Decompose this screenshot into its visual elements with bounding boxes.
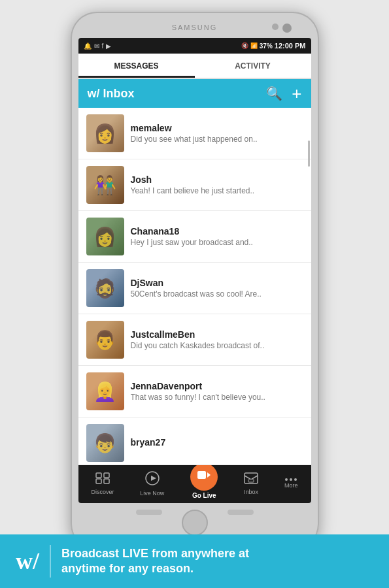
- message-content: Josh Yeah! I cant believe he just starte…: [131, 174, 303, 195]
- username: bryan27: [131, 437, 303, 448]
- list-item[interactable]: 🧔 DjSwan 50Cent's broadcast was so cool!…: [78, 263, 311, 314]
- phone-screen: 🔔 ✉ f ▶ 🔇 📶 37% 12:00 PM MESSAGES ACTIVI…: [78, 38, 311, 503]
- samsung-label: SAMSUNG: [172, 24, 218, 31]
- username: JennaDavenport: [131, 381, 303, 391]
- live-now-label: Live Now: [140, 490, 164, 497]
- list-item[interactable]: 👩 Chanana18 Hey I just saw your broadcas…: [78, 211, 311, 263]
- bottom-nav: Discover Live Now: [78, 465, 311, 503]
- inbox-header: w/ Inbox 🔍 +: [78, 79, 311, 108]
- camera-dots: [272, 24, 292, 33]
- username: JustcallmeBen: [131, 329, 303, 340]
- message-list: 👩 memalew Did you see what just happened…: [78, 108, 311, 465]
- status-icons-left: 🔔 ✉ f ▶: [84, 42, 112, 50]
- avatar-placeholder: 👩: [93, 226, 116, 248]
- svg-rect-1: [96, 479, 101, 483]
- message-content: JustcallmeBen Did you catch Kaskades bro…: [131, 329, 303, 350]
- mute-icon: 🔇: [241, 42, 248, 49]
- banner-logo: w/: [16, 549, 39, 573]
- phone-back-btn[interactable]: [136, 510, 162, 515]
- tab-messages[interactable]: MESSAGES: [78, 54, 195, 78]
- go-live-button[interactable]: [190, 463, 218, 491]
- message-preview: 50Cent's broadcast was so cool! Are..: [131, 289, 303, 299]
- nav-more[interactable]: More: [284, 478, 298, 489]
- more-label: More: [284, 482, 298, 489]
- go-live-label: Go Live: [192, 492, 216, 499]
- tab-bar: MESSAGES ACTIVITY: [78, 54, 311, 79]
- tab-activity[interactable]: ACTIVITY: [195, 54, 311, 78]
- gmail-icon: ✉: [94, 42, 99, 50]
- nav-inbox[interactable]: Inbox: [244, 472, 258, 495]
- message-preview: Yeah! I cant believe he just started..: [131, 186, 303, 195]
- message-content: Chanana18 Hey I just saw your broadcast …: [131, 226, 303, 247]
- list-item[interactable]: 👱‍♀️ JennaDavenport That was so funny! I…: [78, 366, 311, 417]
- wifi-icon: 📶: [250, 42, 258, 49]
- avatar: 👩: [86, 218, 124, 255]
- inbox-title: w/ Inbox: [88, 87, 135, 101]
- notification-icon: 🔔: [84, 42, 92, 50]
- status-right: 🔇 📶 37% 12:00 PM: [241, 42, 306, 50]
- svg-marker-7: [207, 472, 211, 478]
- list-item[interactable]: 👫 Josh Yeah! I cant believe he just star…: [78, 159, 311, 211]
- avatar: 🧔: [86, 269, 124, 307]
- avatar-placeholder: 👱‍♀️: [93, 381, 116, 402]
- more-icon: [285, 478, 297, 481]
- banner-text: Broadcast LIVE from anywhere atanytime f…: [61, 546, 249, 577]
- list-item[interactable]: 👩 memalew Did you see what just happened…: [78, 108, 311, 159]
- list-item[interactable]: 👦 bryan27: [78, 417, 311, 465]
- phone-shell: SAMSUNG 🔔 ✉ f ▶ 🔇 📶 37% 12:00 PM MESSAGE…: [71, 12, 319, 550]
- avatar-placeholder: 👩: [93, 123, 116, 144]
- avatar: 👦: [86, 424, 124, 462]
- message-preview: That was so funny! I can't believe you..: [131, 393, 303, 402]
- discover-label: Discover: [91, 489, 114, 495]
- svg-rect-0: [96, 473, 101, 478]
- username: Chanana18: [131, 226, 303, 237]
- banner-divider: [50, 545, 51, 578]
- phone-home-btn[interactable]: [182, 510, 208, 536]
- go-live-icon: [197, 469, 211, 484]
- avatar: 👫: [86, 166, 124, 204]
- avatar-placeholder: 👨: [93, 329, 116, 351]
- svg-rect-2: [104, 473, 109, 478]
- bottom-banner: w/ Broadcast LIVE from anywhere atanytim…: [0, 534, 389, 588]
- message-content: DjSwan 50Cent's broadcast was so cool! A…: [131, 278, 303, 299]
- phone-top-bar: SAMSUNG: [78, 24, 311, 31]
- message-content: JennaDavenport That was so funny! I can'…: [131, 381, 303, 402]
- username: DjSwan: [131, 278, 303, 288]
- discover-icon: [95, 472, 110, 487]
- camera-dot: [272, 24, 279, 30]
- avatar: 👨: [86, 321, 124, 359]
- message-content: bryan27: [131, 437, 303, 449]
- nav-discover[interactable]: Discover: [91, 472, 114, 495]
- svg-marker-5: [151, 476, 156, 481]
- message-preview: Did you see what just happened on..: [131, 135, 303, 144]
- search-icon[interactable]: 🔍: [266, 86, 282, 101]
- add-icon[interactable]: +: [292, 84, 301, 104]
- username: Josh: [131, 174, 303, 185]
- message-preview: Hey I just saw your broadcast and..: [131, 238, 303, 247]
- more-dot: [290, 478, 292, 481]
- inbox-label: Inbox: [244, 489, 258, 495]
- list-item[interactable]: 👨 JustcallmeBen Did you catch Kaskades b…: [78, 314, 311, 366]
- message-content: memalew Did you see what just happened o…: [131, 123, 303, 144]
- time-display: 12:00 PM: [275, 42, 306, 50]
- facebook-icon: f: [102, 42, 104, 50]
- inbox-icon: [244, 472, 258, 487]
- nav-live-now[interactable]: Live Now: [140, 471, 164, 497]
- scroll-indicator: [308, 140, 310, 167]
- nav-go-live[interactable]: Go Live: [190, 468, 218, 499]
- message-preview: Did you catch Kaskades broadcast of..: [131, 341, 303, 350]
- avatar: 👩: [86, 114, 124, 152]
- inbox-actions: 🔍 +: [266, 84, 301, 104]
- svg-rect-6: [197, 471, 206, 479]
- phone-bottom-bar: [78, 510, 311, 536]
- phone-menu-btn[interactable]: [228, 510, 254, 515]
- battery-text: 37%: [260, 42, 273, 50]
- avatar-placeholder: 🧔: [93, 278, 116, 299]
- svg-rect-3: [104, 479, 109, 483]
- avatar-placeholder: 👫: [93, 174, 116, 196]
- camera-lens: [282, 24, 292, 33]
- status-bar: 🔔 ✉ f ▶ 🔇 📶 37% 12:00 PM: [78, 38, 311, 54]
- more-dot: [285, 478, 288, 481]
- username: memalew: [131, 123, 303, 133]
- youtube-icon: ▶: [106, 42, 111, 50]
